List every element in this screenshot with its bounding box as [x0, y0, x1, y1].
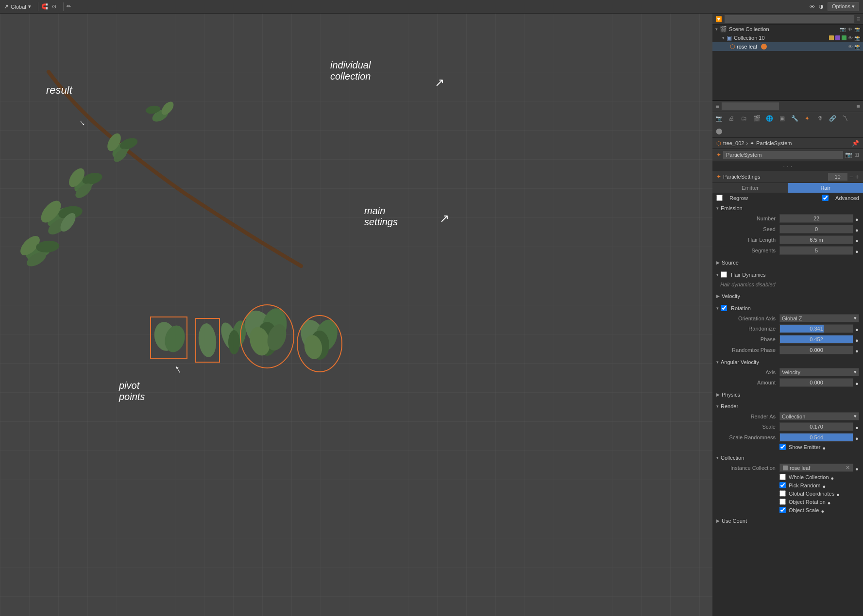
object-rotation-checkbox[interactable] [779, 499, 786, 505]
phase-dot[interactable]: ● [855, 337, 859, 341]
props-scene-icon[interactable]: 🎬 [750, 112, 763, 125]
advanced-checkbox[interactable] [822, 195, 829, 201]
props-output-icon[interactable]: 🖨 [725, 112, 738, 125]
axis-dropdown[interactable]: Velocity ▾ [779, 368, 859, 376]
randomize-phase-value[interactable]: 0.000 [779, 346, 853, 354]
props-filter-icon[interactable]: ≡ [856, 103, 860, 110]
regrow-label: Regrow [729, 195, 748, 201]
render-scale-value[interactable]: 0.170 [779, 422, 853, 431]
collection-header[interactable]: ▾ Collection [712, 453, 863, 463]
rotation-header[interactable]: ▾ Rotation [712, 303, 863, 313]
outliner-eye-icon[interactable]: 👁 [847, 27, 852, 32]
hair-dynamics-header[interactable]: ▾ Hair Dynamics [712, 269, 863, 280]
outliner-render-icon[interactable]: 📸 [854, 27, 860, 32]
outliner-search[interactable] [724, 15, 855, 23]
number-dot[interactable]: ● [855, 216, 859, 220]
render-header[interactable]: ▾ Render [712, 401, 863, 411]
object-scale-dot[interactable]: ● [821, 508, 825, 512]
object-scale-checkbox[interactable] [779, 507, 786, 513]
ps-plus-icon[interactable]: + [855, 173, 859, 181]
render-as-dropdown[interactable]: Collection ▾ [779, 412, 859, 420]
hair-length-value[interactable]: 6.5 m [779, 235, 853, 244]
props-search[interactable] [721, 102, 779, 111]
physics-header[interactable]: ▶ Physics [712, 390, 863, 400]
options-button[interactable]: Options ▾ [828, 2, 859, 11]
phase-value[interactable]: 0.452 [779, 335, 853, 344]
props-object-icon[interactable]: ▣ [776, 112, 788, 125]
randomize-value[interactable]: 0.341 [779, 324, 853, 333]
props-view-icon[interactable]: 🗂 [738, 112, 750, 125]
whole-collection-dot[interactable]: ● [831, 475, 835, 479]
seed-value[interactable]: 0 [779, 225, 853, 233]
segments-value[interactable]: 5 [779, 246, 853, 255]
tab-emitter[interactable]: Emitter [712, 183, 788, 193]
hair-length-dot[interactable]: ● [855, 238, 859, 242]
viewport[interactable]: result ↑ individualcollection ↗ mainsett… [0, 14, 712, 616]
ps-number-input[interactable] [828, 173, 847, 181]
pick-random-checkbox[interactable] [779, 482, 786, 488]
outliner-cam-icon[interactable]: 📷 [840, 27, 846, 32]
transform-orientation[interactable]: ↗ Global ▾ [4, 3, 31, 10]
annotation-tool[interactable]: ✏ [67, 3, 71, 10]
particle-system-name-input[interactable] [723, 151, 843, 159]
roseleaf-eye[interactable]: 👁 [848, 44, 853, 50]
ps-camera-icon[interactable]: 📷 [845, 151, 852, 158]
pick-random-dot[interactable]: ● [822, 483, 826, 487]
use-count-header[interactable]: ▶ Use Count [712, 516, 863, 526]
outliner-filter-options[interactable]: ≡ [857, 16, 860, 22]
show-emitter-checkbox[interactable] [779, 444, 786, 450]
ps-minus-icon[interactable]: − [849, 173, 853, 181]
tab-hair[interactable]: Hair [788, 183, 863, 193]
props-menu-icon[interactable]: ≡ [715, 102, 719, 110]
collection10-item[interactable]: ▾ ▣ Collection 10 👁 📸 [712, 33, 863, 42]
instance-coll-clear[interactable]: ✕ [846, 465, 850, 471]
props-data-icon[interactable]: 〽 [839, 112, 851, 125]
amount-dot[interactable]: ● [855, 381, 859, 384]
collection10-render[interactable]: 📸 [854, 35, 860, 41]
instance-coll-dot[interactable]: ● [855, 466, 859, 470]
ps-copy-icon[interactable]: ⊞ [854, 151, 859, 158]
render-scale-dot[interactable]: ● [855, 425, 859, 429]
instance-coll-value[interactable]: rose leaf ✕ [779, 464, 853, 472]
props-material-icon[interactable]: ⬤ [712, 125, 725, 137]
randomize-phase-dot[interactable]: ● [855, 348, 859, 352]
segments-dot[interactable]: ● [855, 249, 859, 252]
breadcrumb-system[interactable]: ParticleSystem [756, 140, 792, 146]
breadcrumb-object[interactable]: tree_002 [723, 140, 744, 146]
props-render-icon[interactable]: 📷 [712, 112, 725, 125]
scale-randomness-value[interactable]: 0.544 [779, 433, 853, 442]
velocity-header[interactable]: ▶ Velocity [712, 291, 863, 301]
props-world-icon[interactable]: 🌐 [763, 112, 776, 125]
object-rotation-dot[interactable]: ● [828, 500, 831, 504]
props-constraints-icon[interactable]: 🔗 [826, 112, 839, 125]
breadcrumb-pin[interactable]: 📌 [852, 140, 859, 147]
props-physics-icon[interactable]: ⚗ [813, 112, 826, 125]
scene-collection-item[interactable]: ▾ 🎬 Scene Collection 📷 👁 📸 [712, 25, 863, 33]
number-value[interactable]: 22 [779, 214, 853, 223]
roseleaf-item[interactable]: ⬡ rose leaf 👁 📸 [712, 42, 863, 51]
whole-collection-checkbox[interactable] [779, 474, 786, 480]
props-particles-icon active particle-icon[interactable]: ✦ [801, 112, 813, 125]
emission-header[interactable]: ▾ Emission [712, 203, 863, 213]
roseleaf-render[interactable]: 📸 [854, 44, 860, 50]
show-emitter-dot[interactable]: ● [822, 445, 826, 449]
viewport-shading[interactable]: ◑ [819, 3, 824, 10]
source-header[interactable]: ▶ Source [712, 258, 863, 267]
randomize-dot[interactable]: ● [855, 327, 859, 331]
seed-dot[interactable]: ● [855, 227, 859, 231]
global-coordinates-checkbox[interactable] [779, 490, 786, 497]
viewport-overlays[interactable]: 👁 [810, 4, 815, 10]
props-modifier-icon[interactable]: 🔧 [788, 112, 801, 125]
global-coordinates-dot[interactable]: ● [836, 492, 840, 496]
snap-toggle[interactable]: 🧲 [41, 3, 48, 10]
amount-value[interactable]: 0.000 [779, 378, 853, 387]
collection10-eye[interactable]: 👁 [848, 35, 853, 41]
proportional-edit[interactable]: ⊙ [52, 3, 56, 10]
orientation-axis-dropdown[interactable]: Global Z ▾ [779, 314, 859, 322]
rotation-checkbox[interactable] [721, 305, 727, 311]
angular-velocity-header[interactable]: ▾ Angular Velocity [712, 357, 863, 367]
hair-dynamics-checkbox[interactable] [721, 271, 727, 278]
scale-randomness-dot[interactable]: ● [855, 435, 859, 439]
regrow-checkbox[interactable] [716, 195, 723, 201]
ps-settings-name[interactable]: ParticleSettings [723, 174, 826, 180]
